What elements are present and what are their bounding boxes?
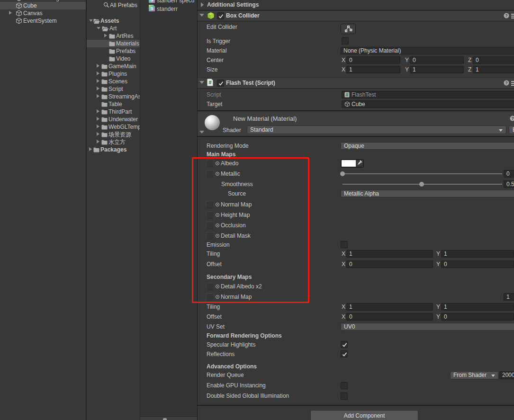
svg-text:S: S [150,0,153,2]
svg-text:S: S [150,6,153,11]
svg-text:?: ? [511,116,514,121]
svg-text:?: ? [505,13,507,18]
svg-text:?: ? [505,80,507,85]
svg-text:#: # [208,80,211,85]
svg-text:#: # [346,92,349,98]
